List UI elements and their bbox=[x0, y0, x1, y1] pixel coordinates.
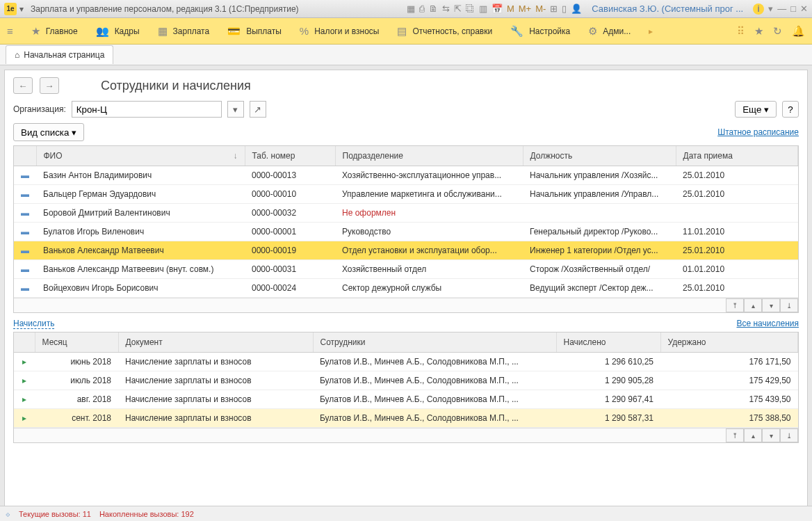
row-icon: ▬ bbox=[14, 223, 36, 241]
cell-tab: 0000-00032 bbox=[245, 204, 335, 223]
calc-icon[interactable]: ⊞ bbox=[550, 3, 558, 14]
export-icon[interactable]: ⇱ bbox=[454, 3, 462, 14]
history-icon[interactable]: ↻ bbox=[773, 25, 782, 38]
menu-vyplaty[interactable]: 💳Выплаты bbox=[227, 25, 282, 38]
current-user[interactable]: Савинская З.Ю. (Системный прог ... bbox=[592, 3, 743, 14]
mem-m[interactable]: M bbox=[507, 3, 514, 14]
grid2-up[interactable]: ▴ bbox=[744, 428, 762, 442]
menu-admin[interactable]: ⚙Адми... bbox=[588, 25, 631, 38]
menu-main[interactable]: ★Главное bbox=[31, 25, 78, 38]
col-fio[interactable]: ФИО↓ bbox=[36, 146, 245, 166]
grid2-nav: ⤒ ▴ ▾ ⤓ bbox=[14, 428, 798, 442]
minimize-icon[interactable]: — bbox=[777, 3, 786, 14]
table-row[interactable]: ▬ Войцехович Игорь Борисович 0000-00024 … bbox=[14, 279, 798, 298]
grid2-first[interactable]: ⤒ bbox=[726, 428, 744, 442]
col-ud[interactable]: Удержано bbox=[660, 332, 798, 353]
row-icon: ▸ bbox=[14, 371, 35, 390]
menu-more-icon[interactable]: ▸ bbox=[649, 26, 653, 36]
info-dropdown[interactable]: ▾ bbox=[768, 3, 773, 14]
cell-fio: Ваньков Александр Матвеевич bbox=[36, 241, 245, 260]
menu-nalogi[interactable]: %Налоги и взносы bbox=[300, 25, 380, 37]
cell-doc: Начисление зарплаты и взносов bbox=[118, 409, 313, 428]
list-view-button[interactable]: Вид списка ▾ bbox=[13, 123, 84, 141]
star-icon[interactable]: ★ bbox=[754, 25, 763, 38]
menu-otchet[interactable]: ▤Отчетность, справки bbox=[397, 25, 492, 38]
cell-podr: Управление маркетинга и обслуживани... bbox=[335, 185, 523, 204]
org-open-button[interactable]: ↗ bbox=[250, 101, 266, 118]
grid1-up[interactable]: ▴ bbox=[744, 298, 762, 312]
compare-icon[interactable]: ⇆ bbox=[442, 3, 450, 14]
menu-kadry[interactable]: 👥Кадры bbox=[96, 25, 140, 38]
grid1-down[interactable]: ▾ bbox=[762, 298, 780, 312]
col-doc[interactable]: Документ bbox=[118, 332, 313, 353]
table-row[interactable]: ▬ Ваньков Александр Матвеевич (внут. сов… bbox=[14, 260, 798, 279]
bell-icon[interactable]: 🔔 bbox=[792, 25, 805, 38]
book-icon[interactable]: ▯ bbox=[562, 3, 567, 14]
col-nach[interactable]: Начислено bbox=[556, 332, 660, 353]
grid-icon[interactable]: ▥ bbox=[479, 3, 487, 14]
org-input[interactable] bbox=[72, 101, 222, 118]
app-logo: 1e bbox=[4, 3, 17, 15]
table-row[interactable]: ▸ сент. 2018 Начисление зарплаты и взнос… bbox=[14, 409, 798, 428]
grid2-header-row: Месяц Документ Сотрудники Начислено Удер… bbox=[14, 332, 798, 353]
cell-podr: Сектор дежурной службы bbox=[335, 279, 523, 298]
grid1-first[interactable]: ⤒ bbox=[726, 298, 744, 312]
grid2-last[interactable]: ⤓ bbox=[780, 428, 798, 442]
print-icon[interactable]: ⎙ bbox=[419, 3, 425, 14]
statusbar: ⟐ Текущие вызовы: 11 Накопленные вызовы:… bbox=[0, 506, 812, 521]
row-icon: ▸ bbox=[14, 353, 35, 371]
apps-icon[interactable]: ⠿ bbox=[737, 25, 745, 38]
table-row[interactable]: ▸ июнь 2018 Начисление зарплаты и взносо… bbox=[14, 353, 798, 371]
menubar: ≡ ★Главное 👥Кадры ▦Зарплата 💳Выплаты %На… bbox=[0, 18, 812, 45]
tab-home-label: Начальная страница bbox=[24, 50, 104, 60]
cell-data: 01.01.2010 bbox=[676, 260, 798, 279]
grid1-last[interactable]: ⤓ bbox=[780, 298, 798, 312]
doc-icon[interactable]: 🗎 bbox=[429, 3, 438, 14]
nav-forward-button[interactable]: → bbox=[40, 77, 59, 94]
app-menu-dropdown[interactable]: ▾ bbox=[19, 4, 24, 14]
table-row[interactable]: ▬ Боровой Дмитрий Валентинович 0000-0003… bbox=[14, 204, 798, 223]
col-podr[interactable]: Подразделение bbox=[335, 146, 523, 166]
info-icon[interactable]: i bbox=[753, 3, 764, 15]
table-row[interactable]: ▬ Бальцер Герман Эдуардович 0000-00010 У… bbox=[14, 185, 798, 204]
cell-tab: 0000-00010 bbox=[245, 185, 335, 204]
cell-fio: Боровой Дмитрий Валентинович bbox=[36, 204, 245, 223]
row-icon: ▬ bbox=[14, 166, 36, 185]
shtatnoe-link[interactable]: Штатное расписание bbox=[717, 127, 799, 137]
cell-fio: Базин Антон Владимирович bbox=[36, 166, 245, 185]
table-row[interactable]: ▸ июль 2018 Начисление зарплаты и взносо… bbox=[14, 371, 798, 390]
save-icon[interactable]: ▦ bbox=[407, 3, 415, 14]
mem-mminus[interactable]: M- bbox=[535, 3, 546, 14]
nav-back-button[interactable]: ← bbox=[13, 77, 33, 94]
close-icon[interactable]: ✕ bbox=[800, 3, 808, 14]
copy-icon[interactable]: ⿻ bbox=[466, 3, 475, 14]
row-icon: ▬ bbox=[14, 260, 36, 279]
col-data[interactable]: Дата приема bbox=[676, 146, 798, 166]
more-button[interactable]: Еще ▾ bbox=[735, 101, 777, 118]
grid2-down[interactable]: ▾ bbox=[762, 428, 780, 442]
row-icon: ▸ bbox=[14, 390, 35, 409]
table-row[interactable]: ▬ Булатов Игорь Виленович 0000-00001 Рук… bbox=[14, 223, 798, 241]
tab-home[interactable]: ⌂ Начальная страница bbox=[6, 45, 113, 64]
calendar-icon[interactable]: 📅 bbox=[492, 3, 503, 14]
menu-hamburger[interactable]: ≡ bbox=[7, 25, 13, 37]
mem-mplus[interactable]: M+ bbox=[519, 3, 531, 14]
org-dropdown-button[interactable]: ▾ bbox=[227, 101, 244, 118]
row-icon: ▬ bbox=[14, 204, 36, 223]
cell-tab: 0000-00013 bbox=[245, 166, 335, 185]
table-row[interactable]: ▸ авг. 2018 Начисление зарплаты и взносо… bbox=[14, 390, 798, 409]
tabbar: ⌂ Начальная страница bbox=[0, 45, 812, 65]
table-row[interactable]: ▬ Базин Антон Владимирович 0000-00013 Хо… bbox=[14, 166, 798, 185]
col-tab[interactable]: Таб. номер bbox=[245, 146, 335, 166]
vse-nachisleniya-link[interactable]: Все начисления bbox=[736, 319, 799, 329]
col-sotr[interactable]: Сотрудники bbox=[313, 332, 556, 353]
help-button[interactable]: ? bbox=[782, 101, 799, 118]
col-mes[interactable]: Месяц bbox=[35, 332, 118, 353]
nachislit-link[interactable]: Начислить bbox=[13, 319, 54, 329]
col-dolzh[interactable]: Должность bbox=[523, 146, 676, 166]
maximize-icon[interactable]: □ bbox=[790, 3, 796, 14]
menu-zarplata[interactable]: ▦Зарплата bbox=[158, 25, 210, 38]
table-row[interactable]: ▬ Ваньков Александр Матвеевич 0000-00019… bbox=[14, 241, 798, 260]
menu-nastroyka[interactable]: 🔧Настройка bbox=[510, 25, 570, 38]
cell-data: 11.01.2010 bbox=[676, 223, 798, 241]
